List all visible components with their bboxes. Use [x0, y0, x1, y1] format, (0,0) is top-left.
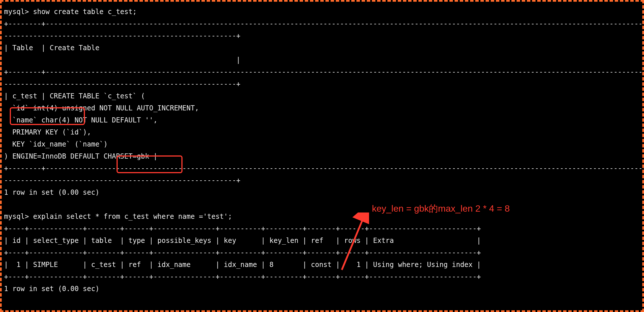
terminal-output: mysql> show create table c_test; +------… — [4, 6, 640, 307]
terminal-frame: mysql> show create table c_test; +------… — [0, 0, 644, 312]
